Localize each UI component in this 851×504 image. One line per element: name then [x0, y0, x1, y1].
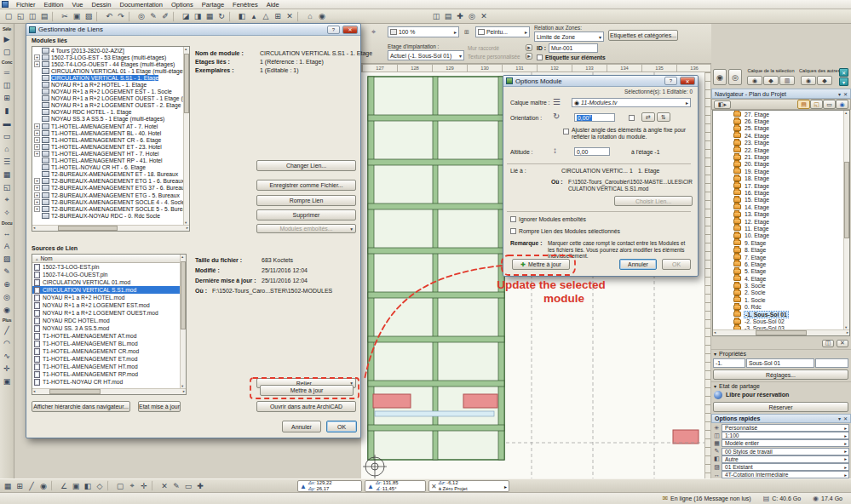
door-favorites-icon[interactable]: ◨ — [192, 11, 204, 22]
cancel-input-icon[interactable]: ✕ — [158, 480, 170, 491]
break-link-checkbox[interactable] — [510, 228, 516, 234]
story-item[interactable]: 7. Etage — [713, 254, 849, 261]
suspend-groups-icon[interactable]: ◇ — [94, 480, 106, 491]
documentation-section-label-icon[interactable]: Docu — [1, 219, 14, 226]
close-view-icon[interactable]: ✕ — [284, 11, 296, 22]
story-item[interactable]: 18. Etage — [713, 175, 849, 182]
save-icon[interactable]: ◫ — [26, 11, 38, 22]
module-tree-item[interactable]: T2-BUREAUX-AMENAGEMENT ETG - 5. Bureaux — [32, 192, 189, 198]
linked-modules-list[interactable]: 4 Tours [2013-2820-02-AZIZ] 1502-T3-LOG-… — [32, 46, 190, 232]
mesh-tool-icon[interactable]: ▦ — [1, 168, 14, 180]
story-item[interactable]: 27. Etage — [713, 111, 849, 117]
spline-tool-icon[interactable]: ∿ — [1, 349, 14, 362]
ok-button[interactable]: OK — [326, 421, 357, 432]
publish-icon[interactable]: ▤ — [442, 11, 454, 22]
arrow-tool-icon[interactable]: ▶ — [1, 32, 14, 45]
story-item[interactable]: 26. Etage — [713, 117, 849, 124]
more-section-label-icon[interactable]: Plus — [1, 316, 14, 324]
close-bar-icon[interactable]: ✕ — [839, 68, 848, 77]
settings-button[interactable]: Réglages... — [713, 369, 848, 380]
story-item[interactable]: 15. Etage — [713, 197, 849, 203]
horizontal-scrollbar[interactable] — [713, 329, 849, 335]
marquee-tool-icon[interactable]: ▢ — [1, 45, 14, 58]
label-tool-icon[interactable]: ✎ — [1, 265, 14, 278]
module-tree-item[interactable]: T1-HOTEL-AMENAGEMENT HT - 7. Hotel — [32, 150, 189, 157]
story-item[interactable]: 13. Etage — [713, 210, 849, 217]
selection-layer-show-icon[interactable]: ◉ — [747, 76, 762, 85]
id-field[interactable]: Mur-001 — [549, 43, 598, 53]
schedule-icon[interactable]: ⊞ — [272, 11, 284, 22]
roof-tool-icon[interactable]: ⌂ — [1, 142, 14, 155]
source-item[interactable]: T1-HOTEL-AMENAGEMENT CR.mod — [32, 347, 186, 355]
marquee-restrict-icon[interactable]: ▢ — [114, 480, 126, 491]
module-tree-item[interactable]: CIRCULATION VERTICAL S.S1 - 1. Etage — [32, 74, 189, 81]
source-item[interactable]: NOYAU RDC HOTEL.mod — [32, 317, 186, 324]
vertical-scrollbar[interactable] — [843, 111, 849, 329]
label-elements-checkbox[interactable] — [537, 54, 543, 60]
source-item[interactable]: NOYAU R+1 a R+2 HOTEL.mod — [32, 294, 186, 301]
orientation-field[interactable]: 0,00° — [574, 113, 615, 122]
ok-button[interactable]: OK — [662, 259, 691, 270]
story-item[interactable]: 2. Socle — [713, 289, 849, 296]
quick-option-row[interactable]: ✎ 00 Stylos de travail — [711, 448, 851, 455]
copy-icon[interactable]: ▣ — [71, 11, 83, 22]
story-item[interactable]: 17. Etage — [713, 182, 849, 189]
wall-favorites-icon[interactable]: ◪ — [180, 11, 192, 22]
story-item[interactable]: 22. Etage — [713, 146, 849, 153]
sharing-header[interactable]: ▾Etat de partage — [711, 381, 851, 390]
story-tree[interactable]: 27. Etage 26. Etage 25. Etage 24. Etage — [712, 110, 850, 336]
source-item[interactable]: T1-HOTEL-AMENAGEMENT RP.mod — [32, 370, 186, 378]
grid-snap-icon[interactable]: ▦ — [204, 11, 216, 22]
tags-categories-button[interactable]: Etiquettes et catégories... — [608, 30, 678, 41]
elevation-tool-icon[interactable]: ◎ — [1, 290, 14, 303]
expand-icon[interactable] — [34, 123, 40, 129]
module-tree-item[interactable]: T1-HOTEL-NOYAU CR HT - 6. Etage — [32, 164, 189, 171]
navigator-header[interactable]: Navigateur - Plan du Projet ▾✕ — [711, 89, 851, 99]
module-tree-item[interactable]: 4 Tours [2013-2820-02-AZIZ] — [32, 47, 189, 54]
tracker-z[interactable]: ✕ Δz:-6,12 à Zéro Projet ▸ — [428, 480, 509, 492]
module-tree-item[interactable]: NOYAU R+1 a R+2 LOGEMENT OUEST - 2. Etag… — [32, 102, 189, 109]
link-manager-titlebar[interactable]: Gestionnaire de Liens ? ✕ — [26, 24, 360, 36]
story-item[interactable]: 11. Etage — [713, 225, 849, 232]
module-tree-item[interactable]: T2-BUREAUX-AMENAGEMENT ETG 1 - 6. Bureau… — [32, 178, 189, 185]
quick-option-row[interactable]: ◫ 1:100 — [711, 432, 851, 439]
nested-modules-button[interactable]: Modules emboîtés... — [256, 224, 356, 233]
menu-item[interactable]: Fichier — [12, 1, 40, 9]
menu-item[interactable]: Options — [167, 1, 198, 9]
module-tree-item[interactable]: NOYAU R+1 a R+2 LOGEMENT OUEST - 1 Etage… — [32, 95, 189, 102]
redo-icon[interactable]: ↷ — [115, 11, 127, 22]
story-item[interactable]: 25. Etage — [713, 125, 849, 132]
selection-layer-solo-icon[interactable]: ▥ — [779, 76, 795, 85]
column-tool-icon[interactable]: ▮ — [1, 104, 14, 117]
magnet-snap-icon[interactable]: ◉ — [37, 480, 49, 491]
arc-tool-icon[interactable]: ◠ — [1, 336, 14, 349]
zone-relation-select[interactable]: Limite de Zone▾ — [534, 32, 604, 42]
project-map-icon[interactable]: ▤ — [797, 100, 810, 109]
camera-tool-icon[interactable]: ◉ — [1, 303, 14, 316]
guide-lines-icon[interactable]: ╱ — [26, 480, 37, 491]
figure-tool-icon[interactable]: ▣ — [1, 375, 14, 387]
source-item[interactable]: NOYAU R+1 a R+2 LOGEMENT OUEST.mod — [32, 309, 186, 317]
story-item[interactable]: -2. Sous-Sol 02 — [713, 318, 849, 324]
camera-icon[interactable]: ◉ — [316, 11, 328, 22]
marker-icon[interactable]: ✐ — [159, 11, 171, 22]
undo-icon[interactable]: ↶ — [103, 11, 115, 22]
close-icon[interactable]: ✕ — [342, 26, 358, 34]
expand-icon[interactable] — [34, 130, 40, 136]
reserve-button[interactable]: Réserver — [713, 402, 848, 412]
help-icon[interactable]: ? — [664, 77, 677, 85]
menu-item[interactable]: Partage — [198, 1, 228, 9]
story-item[interactable]: 20. Etage — [713, 161, 849, 168]
module-tree-item[interactable]: T2-BUREAUX-NOYAU RDC - 0. Rdc Socle — [32, 212, 189, 219]
object-tool-icon[interactable]: ⌖ — [1, 193, 14, 206]
selection-section-label-icon[interactable]: Séle — [1, 25, 14, 32]
source-item[interactable]: NOYAU SS. 3 A SS.5.mod — [32, 324, 186, 332]
grid-rotate-icon[interactable]: ▭ — [182, 480, 194, 491]
story-name-field[interactable]: Sous-Sol 01 — [746, 358, 814, 368]
open-file-icon[interactable]: ◱ — [14, 11, 26, 22]
delete-button[interactable]: Supprimer — [256, 209, 356, 220]
mirror-vertical-icon[interactable]: ⇅ — [657, 112, 670, 122]
snap-grid-icon[interactable]: ⊞ — [14, 480, 26, 491]
quick-options-header[interactable]: Options rapides ▾✕ — [711, 414, 851, 423]
scale-icon[interactable]: △ — [260, 11, 272, 22]
